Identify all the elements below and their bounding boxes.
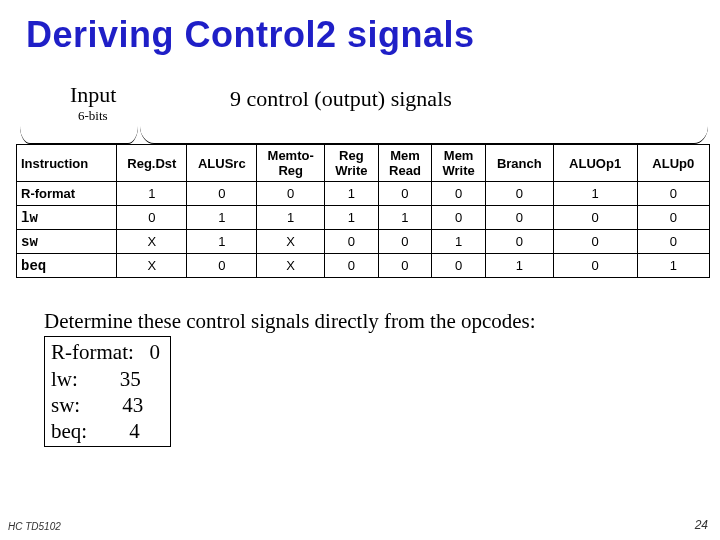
table-cell: 0 bbox=[637, 182, 709, 206]
table-cell: 0 bbox=[553, 230, 637, 254]
table-cell: 1 bbox=[187, 206, 257, 230]
table-cell: 0 bbox=[324, 254, 378, 278]
brace-input-icon bbox=[20, 126, 138, 144]
table-cell: 0 bbox=[432, 206, 486, 230]
table-cell: 0 bbox=[378, 182, 432, 206]
table-cell: 1 bbox=[485, 254, 553, 278]
table-cell: X bbox=[257, 230, 325, 254]
table-body: R-format100100010lw011110000swX1X001000b… bbox=[17, 182, 710, 278]
control-table: InstructionReg.DstALUSrcMemto-RegRegWrit… bbox=[16, 144, 710, 278]
table-header: ALUp0 bbox=[637, 145, 709, 182]
table-header: Reg.Dst bbox=[117, 145, 187, 182]
table-cell: 1 bbox=[324, 206, 378, 230]
caption-line: Determine these control signals directly… bbox=[44, 308, 720, 334]
table-cell: 0 bbox=[553, 206, 637, 230]
table-cell: 0 bbox=[187, 254, 257, 278]
opcode-row: sw: 43 bbox=[51, 392, 160, 418]
table-cell: 0 bbox=[187, 182, 257, 206]
control-table-wrap: InstructionReg.DstALUSrcMemto-RegRegWrit… bbox=[16, 144, 710, 278]
table-header: ALUOp1 bbox=[553, 145, 637, 182]
table-cell: 1 bbox=[187, 230, 257, 254]
footer-left: HC TD5102 bbox=[8, 521, 61, 532]
opcode-row: lw: 35 bbox=[51, 366, 160, 392]
table-cell: 0 bbox=[637, 206, 709, 230]
table-cell: 0 bbox=[553, 254, 637, 278]
brace-output-icon bbox=[140, 126, 708, 144]
table-cell: 0 bbox=[637, 230, 709, 254]
table-cell: 0 bbox=[432, 254, 486, 278]
input-sublabel: 6-bits bbox=[78, 108, 108, 124]
page-title: Deriving Control2 signals bbox=[0, 0, 720, 56]
input-label: Input bbox=[70, 82, 116, 108]
row-label: sw bbox=[17, 230, 117, 254]
labels-area: Input 6-bits 9 control (output) signals bbox=[0, 82, 720, 146]
table-header: Memto-Reg bbox=[257, 145, 325, 182]
table-cell: 0 bbox=[378, 230, 432, 254]
table-cell: 0 bbox=[257, 182, 325, 206]
row-label: R-format bbox=[17, 182, 117, 206]
table-header: Instruction bbox=[17, 145, 117, 182]
output-label: 9 control (output) signals bbox=[230, 86, 452, 112]
footer-right: 24 bbox=[695, 518, 708, 532]
table-cell: 0 bbox=[117, 206, 187, 230]
table-row: lw011110000 bbox=[17, 206, 710, 230]
row-label: lw bbox=[17, 206, 117, 230]
table-header: RegWrite bbox=[324, 145, 378, 182]
table-header: ALUSrc bbox=[187, 145, 257, 182]
table-cell: X bbox=[257, 254, 325, 278]
table-cell: X bbox=[117, 254, 187, 278]
table-cell: X bbox=[117, 230, 187, 254]
opcode-row: beq: 4 bbox=[51, 418, 160, 444]
table-cell: 0 bbox=[485, 182, 553, 206]
table-header: MemWrite bbox=[432, 145, 486, 182]
table-cell: 1 bbox=[637, 254, 709, 278]
table-cell: 0 bbox=[378, 254, 432, 278]
opcode-row: R-format: 0 bbox=[51, 339, 160, 365]
table-cell: 1 bbox=[553, 182, 637, 206]
table-cell: 1 bbox=[117, 182, 187, 206]
table-cell: 0 bbox=[324, 230, 378, 254]
table-header: MemRead bbox=[378, 145, 432, 182]
table-header: Branch bbox=[485, 145, 553, 182]
table-cell: 1 bbox=[257, 206, 325, 230]
opcode-box: R-format: 0lw: 35sw: 43beq: 4 bbox=[44, 336, 171, 447]
table-cell: 1 bbox=[324, 182, 378, 206]
row-label: beq bbox=[17, 254, 117, 278]
table-cell: 0 bbox=[432, 182, 486, 206]
table-row: beqX0X000101 bbox=[17, 254, 710, 278]
table-row: swX1X001000 bbox=[17, 230, 710, 254]
table-cell: 0 bbox=[485, 230, 553, 254]
table-cell: 1 bbox=[432, 230, 486, 254]
table-header-row: InstructionReg.DstALUSrcMemto-RegRegWrit… bbox=[17, 145, 710, 182]
caption-block: Determine these control signals directly… bbox=[44, 308, 720, 447]
table-row: R-format100100010 bbox=[17, 182, 710, 206]
table-cell: 1 bbox=[378, 206, 432, 230]
table-cell: 0 bbox=[485, 206, 553, 230]
